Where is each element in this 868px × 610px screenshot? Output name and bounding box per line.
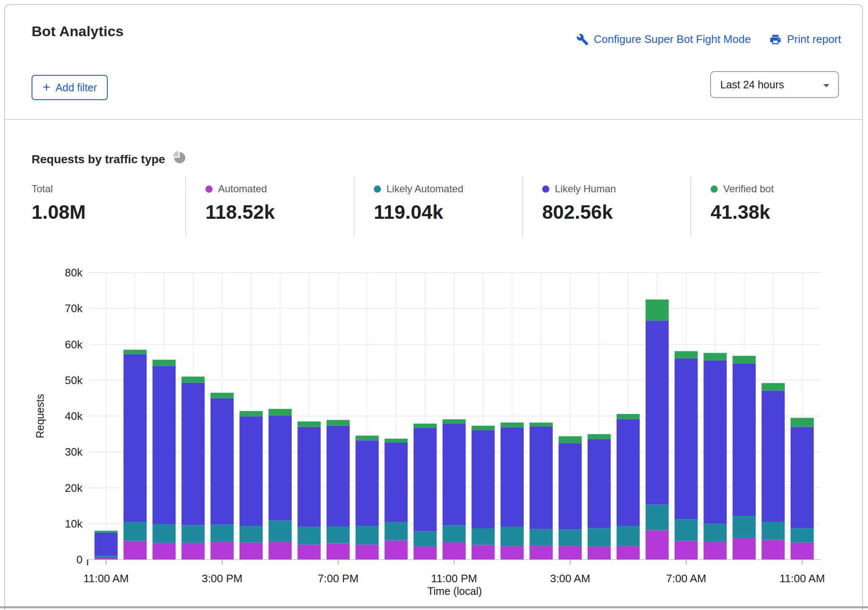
bar-segment-verified-bot <box>210 393 234 398</box>
bar-segment-verified-bot <box>327 420 350 425</box>
stat-divider <box>522 176 523 237</box>
bar-segment-likely-human <box>471 430 495 528</box>
bar-segment-automated <box>703 542 727 560</box>
y-axis-title: Requests <box>34 394 46 438</box>
stat-divider <box>185 176 186 237</box>
bar-segment-likely-human <box>588 439 611 528</box>
bar-segment-automated <box>123 541 146 560</box>
bar-segment-likely-human <box>617 419 640 526</box>
bar-segment-automated <box>181 543 205 560</box>
wrench-icon <box>576 33 589 46</box>
bar-segment-likely-human <box>530 427 553 529</box>
bar-segment-verified-bot <box>761 383 785 391</box>
bar-segment-automated <box>588 546 611 560</box>
bar-segment-verified-bot <box>95 531 118 533</box>
bar-segment-likely-human <box>269 415 292 520</box>
legend-dot-icon-automated <box>205 186 213 193</box>
add-filter-button[interactable]: + Add filter <box>32 75 108 100</box>
bar-segment-automated <box>471 545 495 560</box>
stat-verified-bot: Verified bot41.38k <box>711 183 774 223</box>
configure-link-label: Configure Super Bot Fight Mode <box>594 33 751 46</box>
bar-segment-likely-human <box>442 424 466 525</box>
bar-segment-verified-bot <box>385 439 408 443</box>
bar-segment-automated <box>530 546 553 560</box>
plus-icon: + <box>43 80 51 94</box>
print-report-link[interactable]: Print report <box>769 33 841 46</box>
bar-segment-verified-bot <box>501 422 524 427</box>
bar-segment-automated <box>152 543 176 560</box>
bar-segment-likely-human <box>152 366 176 524</box>
stat-total: Total1.08M <box>32 183 86 223</box>
page-title: Bot Analytics <box>32 23 124 40</box>
svg-text:11:00 AM: 11:00 AM <box>780 572 825 585</box>
bar-segment-likely-automated <box>675 519 698 541</box>
bar-segment-verified-bot <box>181 377 205 382</box>
stat-label: Likely Human <box>555 183 616 195</box>
bar-segment-verified-bot <box>269 409 292 415</box>
configure-super-bot-fight-mode-link[interactable]: Configure Super Bot Fight Mode <box>576 33 751 46</box>
svg-text:20k: 20k <box>65 482 83 494</box>
svg-text:0: 0 <box>77 553 83 566</box>
bar-segment-automated <box>385 541 408 560</box>
svg-text:80k: 80k <box>65 266 83 279</box>
bar-segment-automated <box>646 530 669 560</box>
bar-segment-likely-automated <box>269 521 292 542</box>
bar-segment-verified-bot <box>442 419 466 424</box>
bar-segment-verified-bot <box>123 350 146 354</box>
bar-segment-automated <box>732 538 756 560</box>
legend-dot-icon-verified-bot <box>711 186 718 193</box>
bar-segment-likely-automated <box>559 530 582 546</box>
stat-divider <box>690 176 691 237</box>
x-axis-labels: 11:00 AM3:00 PM7:00 PM11:00 PM3:00 AM7:0… <box>83 572 825 585</box>
bar-segment-likely-automated <box>385 522 408 541</box>
svg-text:11:00 AM: 11:00 AM <box>83 572 129 585</box>
bar-segment-verified-bot <box>152 360 176 366</box>
stat-value: 41.38k <box>711 201 774 223</box>
requests-by-traffic-type-chart: 010k20k30k40k50k60k70k80k11:00 AM3:00 PM… <box>0 236 868 610</box>
stat-label: Total <box>32 183 53 195</box>
bar-segment-likely-automated <box>298 527 321 545</box>
header-section-divider <box>4 119 863 120</box>
section-title-label: Requests by traffic type <box>32 153 165 166</box>
bar-segment-automated <box>327 543 350 560</box>
bar-segment-verified-bot <box>240 411 263 416</box>
svg-text:11:00 PM: 11:00 PM <box>431 572 477 585</box>
bar-segment-likely-automated <box>588 528 611 546</box>
header-actions: Configure Super Bot Fight Mode Print rep… <box>576 33 841 46</box>
bar-segment-verified-bot <box>356 435 379 440</box>
svg-text:7:00 AM: 7:00 AM <box>666 572 706 585</box>
svg-text:10k: 10k <box>65 517 83 530</box>
x-axis-title: Time (local) <box>427 585 482 597</box>
bar-segment-automated <box>298 545 321 560</box>
stat-likely-automated: Likely Automated119.04k <box>374 183 463 223</box>
bar-segment-likely-human <box>123 354 146 522</box>
bar-segment-likely-automated <box>791 528 814 542</box>
bar-segment-verified-bot <box>530 423 553 427</box>
bar-segment-automated <box>761 540 785 560</box>
bar-segment-likely-human <box>356 440 379 526</box>
svg-text:60k: 60k <box>65 338 83 351</box>
time-range-select[interactable]: Last 24 hours <box>710 71 839 98</box>
bar-segment-likely-human <box>703 361 727 524</box>
print-link-label: Print report <box>787 33 841 46</box>
stat-value: 118.52k <box>205 201 275 223</box>
add-filter-label: Add filter <box>56 82 97 94</box>
bar-segment-likely-automated <box>703 524 727 542</box>
bar-segment-likely-automated <box>123 522 146 541</box>
bar-segment-automated <box>269 542 292 560</box>
printer-icon <box>769 33 782 46</box>
bar-segment-likely-automated <box>530 529 553 546</box>
stat-label: Automated <box>218 183 267 195</box>
bar-segment-likely-automated <box>501 527 524 546</box>
bar-segment-automated <box>559 546 582 560</box>
legend-dot-icon-likely-automated <box>374 186 381 193</box>
stat-value: 802.56k <box>542 201 616 223</box>
bar-segment-likely-automated <box>181 525 205 543</box>
bar-segment-verified-bot <box>298 422 321 427</box>
bar-segment-likely-human <box>675 358 698 519</box>
bar-segment-likely-automated <box>356 526 379 545</box>
stat-value: 119.04k <box>374 201 463 223</box>
bar-segment-likely-human <box>732 363 756 516</box>
section-title: Requests by traffic type <box>32 151 187 168</box>
bar-segment-likely-human <box>791 427 814 528</box>
